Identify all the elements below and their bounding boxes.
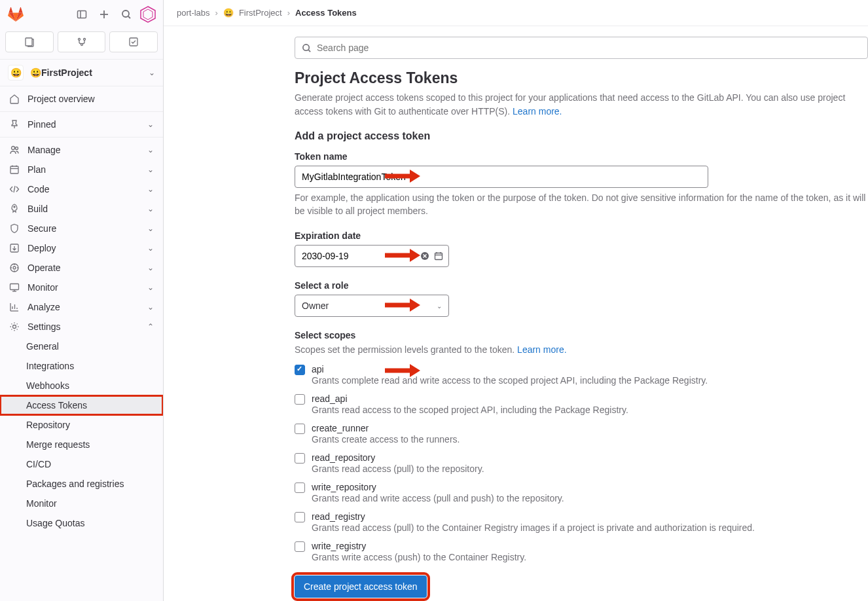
toolbar-btn-3[interactable] (109, 31, 158, 52)
expiration-input[interactable] (302, 251, 416, 261)
scope-read_registry: read_registryGrants read access (pull) t… (295, 511, 868, 533)
chevron-down-icon: ⌄ (149, 68, 155, 77)
content: Project Access Tokens Generate project a… (164, 26, 868, 601)
plus-icon[interactable] (95, 5, 113, 24)
sidebar-item-secure[interactable]: Secure⌄ (0, 219, 163, 238)
token-name-input[interactable] (295, 166, 708, 188)
token-name-help: For example, the application using the t… (295, 192, 868, 217)
nav-list: Project overviewPinned⌄Manage⌄Plan⌄Code⌄… (0, 86, 163, 601)
sidebar-item-label: Analyze (27, 302, 139, 312)
chevron-down-icon: ⌄ (147, 244, 154, 253)
breadcrumb-project[interactable]: FirstProject (239, 8, 282, 18)
svg-point-13 (12, 147, 15, 150)
calendar-icon (9, 164, 20, 175)
breadcrumb-separator: › (215, 8, 218, 18)
svg-point-10 (83, 39, 85, 41)
toolbar-btn-1[interactable] (5, 31, 54, 52)
search-icon (302, 43, 312, 53)
breadcrumb-current: Access Tokens (295, 8, 357, 18)
sidebar-item-label: Plan (27, 164, 139, 175)
toolbar-row (0, 29, 163, 59)
operate-icon (9, 263, 20, 273)
sidebar-item-build[interactable]: Build⌄ (0, 199, 163, 219)
scope-write_registry-checkbox[interactable] (295, 541, 305, 552)
sidebar-item-deploy[interactable]: Deploy⌄ (0, 238, 163, 258)
chevron-down-icon: ⌄ (147, 302, 154, 312)
svg-line-33 (308, 50, 310, 52)
breadcrumb-group[interactable]: port-labs (177, 8, 210, 18)
sidebar-subitem-packages-and-registries[interactable]: Packages and registries (0, 474, 163, 494)
sidebar-subitem-access-tokens[interactable]: Access Tokens (0, 395, 163, 415)
sidebar-subitem-monitor[interactable]: Monitor (0, 494, 163, 513)
search-icon[interactable] (117, 5, 136, 24)
sidebar-subitem-integrations[interactable]: Integrations (0, 356, 163, 376)
scope-read_repository-checkbox[interactable] (295, 453, 305, 464)
create-token-button[interactable]: Create project access token (295, 575, 427, 598)
sidebar-item-operate[interactable]: Operate⌄ (0, 258, 163, 278)
scope-read_registry-checkbox[interactable] (295, 512, 305, 522)
scopes-learn-more-link[interactable]: Learn more. (517, 344, 566, 355)
scope-desc: Grants read access (pull) to the reposit… (312, 464, 484, 474)
sidebar-item-pinned[interactable]: Pinned⌄ (0, 115, 163, 134)
sidebar-item-code[interactable]: Code⌄ (0, 179, 163, 199)
pin-icon (9, 119, 20, 130)
expiration-input-wrap[interactable] (295, 245, 449, 267)
toolbar-btn-2[interactable] (58, 31, 106, 52)
svg-rect-0 (78, 11, 86, 18)
scope-write_repository-checkbox[interactable] (295, 483, 305, 493)
project-avatar: 😀 (8, 65, 24, 81)
users-icon (9, 145, 20, 155)
sidebar-subitem-usage-quotas[interactable]: Usage Quotas (0, 513, 163, 533)
svg-rect-12 (130, 38, 137, 46)
project-header[interactable]: 😀 😀FirstProject ⌄ (0, 59, 163, 86)
scope-label: create_runner (312, 423, 460, 433)
sidebar-subitem-general[interactable]: General (0, 337, 163, 356)
sidebar-item-label: Secure (27, 223, 139, 234)
gitlab-logo-icon[interactable] (7, 5, 25, 24)
scope-read_api-checkbox[interactable] (295, 394, 305, 405)
scope-create_runner-checkbox[interactable] (295, 424, 305, 434)
deploy-icon (9, 243, 20, 253)
role-select[interactable]: Owner ⌄ (295, 295, 449, 317)
role-label: Select a role (295, 280, 868, 291)
chevron-down-icon: ⌄ (147, 204, 154, 213)
search-input[interactable] (317, 43, 861, 53)
sidebar-subitem-repository[interactable]: Repository (0, 415, 163, 435)
sidebar-item-project-overview[interactable]: Project overview (0, 89, 163, 109)
sidebar-item-plan[interactable]: Plan⌄ (0, 160, 163, 179)
scope-desc: Grants read and write access (pull and p… (312, 493, 564, 503)
calendar-icon[interactable] (434, 250, 444, 262)
sidebar-item-label: Deploy (27, 243, 139, 253)
page-description: Generate project access tokens scoped to… (295, 91, 868, 118)
home-icon (9, 94, 20, 104)
gear-icon (9, 321, 20, 332)
sidebar-subitem-webhooks[interactable]: Webhooks (0, 376, 163, 395)
svg-rect-23 (10, 284, 19, 290)
sidebar-subitem-ci-cd[interactable]: CI/CD (0, 454, 163, 474)
sidebar-item-analyze[interactable]: Analyze⌄ (0, 297, 163, 317)
scope-label: write_registry (312, 541, 526, 551)
user-avatar-icon[interactable] (139, 6, 156, 23)
clear-icon[interactable] (420, 250, 430, 262)
sidebar-item-label: Monitor (27, 282, 139, 293)
scope-write_registry: write_registryGrants write access (push)… (295, 541, 868, 562)
sidebar-item-label: Code (27, 184, 139, 194)
panel-toggle-icon[interactable] (73, 5, 91, 24)
sidebar-item-monitor[interactable]: Monitor⌄ (0, 278, 163, 297)
search-box[interactable] (295, 37, 868, 59)
chevron-down-icon: ⌄ (147, 263, 154, 272)
main: port-labs › 😀 FirstProject › Access Toke… (164, 0, 868, 601)
sidebar-item-manage[interactable]: Manage⌄ (0, 140, 163, 160)
chevron-down-icon: ⌄ (147, 283, 154, 292)
sidebar-item-label: Pinned (27, 119, 139, 130)
sidebar-item-settings[interactable]: Settings⌃ (0, 317, 163, 337)
chart-icon (9, 302, 20, 312)
breadcrumb-separator: › (287, 8, 290, 18)
chevron-down-icon: ⌄ (147, 165, 154, 174)
sidebar-subitem-merge-requests[interactable]: Merge requests (0, 435, 163, 454)
rocket-icon (9, 204, 20, 214)
nav-separator (0, 111, 163, 112)
scope-api-checkbox[interactable] (295, 365, 305, 375)
learn-more-link[interactable]: Learn more. (513, 106, 562, 117)
page-title: Project Access Tokens (295, 69, 868, 87)
